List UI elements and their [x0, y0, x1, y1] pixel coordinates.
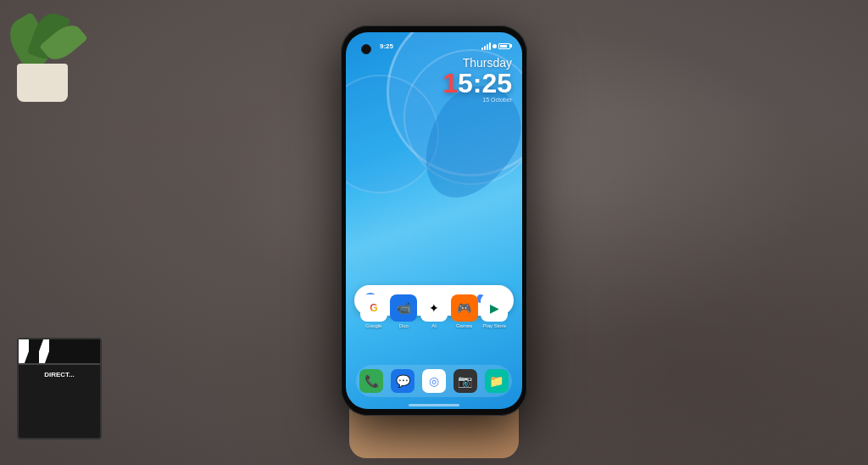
app-img-assistant: ✦ — [420, 294, 448, 322]
phone-screen: 9:25 — [346, 32, 522, 409]
app-label-assistant: AI — [431, 323, 437, 328]
status-time: 9:25 — [380, 42, 393, 50]
status-bar: 9:25 — [346, 37, 522, 54]
signal-icon — [481, 42, 491, 50]
battery-icon — [498, 43, 510, 49]
phone: 9:25 — [341, 25, 527, 416]
dock-messages[interactable]: 💬 — [391, 369, 415, 393]
signal-bar — [489, 42, 491, 50]
clock-time: 15:25 — [442, 70, 512, 97]
clapper-top — [19, 339, 100, 365]
app-icon-games[interactable]: 🎮 Games — [451, 294, 478, 328]
plant-decoration — [0, 0, 119, 102]
clapperboard: DIRECT... — [17, 338, 102, 440]
signal-bar — [484, 46, 486, 50]
app-img-duo: 📹 — [390, 294, 417, 322]
hand-phone-container: 9:25 — [256, 17, 612, 458]
home-indicator — [409, 404, 459, 406]
dock-files[interactable]: 📁 — [485, 369, 509, 393]
clapper-text: DIRECT... — [19, 365, 100, 384]
plant-pot — [17, 64, 68, 102]
clock-hour-digit: 1 — [442, 68, 458, 98]
scene: DIRECT... 9: — [0, 0, 868, 465]
app-icon-google[interactable]: G Google — [360, 294, 387, 328]
app-grid: G Google 📹 Duo ✦ AI — [346, 294, 522, 328]
dock-phone[interactable]: 📞 — [359, 369, 383, 393]
app-img-playstore: ▶ — [481, 294, 508, 322]
bottom-dock: 📞 💬 ◎ 📷 📁 — [356, 365, 512, 397]
status-icons — [481, 42, 510, 50]
signal-bar — [487, 44, 488, 50]
app-img-google: G — [360, 294, 387, 322]
app-icon-duo[interactable]: 📹 Duo — [390, 294, 417, 328]
app-label-duo: Duo — [399, 323, 409, 328]
dock-camera[interactable]: 📷 — [453, 369, 477, 393]
app-icon-playstore[interactable]: ▶ Play Store — [481, 294, 508, 328]
app-label-google: Google — [365, 323, 381, 328]
dock-chrome[interactable]: ◎ — [422, 369, 446, 393]
battery-fill — [500, 45, 507, 48]
clock-area: Thursday 15:25 15 October — [442, 56, 512, 103]
signal-bar — [481, 48, 483, 50]
app-icon-assistant[interactable]: ✦ AI — [420, 294, 448, 328]
app-img-games: 🎮 — [451, 294, 478, 322]
clock-time-rest: 5:25 — [458, 68, 512, 98]
wifi-icon — [492, 44, 497, 48]
front-camera — [361, 44, 371, 54]
app-label-games: Games — [456, 323, 472, 328]
app-label-playstore: Play Store — [482, 323, 506, 328]
